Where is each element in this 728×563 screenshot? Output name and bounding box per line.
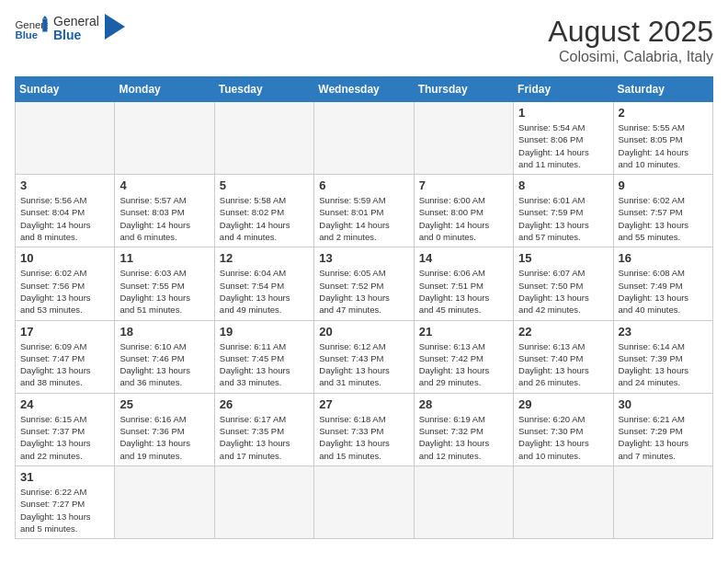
calendar-cell-empty-5-4	[414, 465, 513, 538]
calendar-week-6: 31Sunrise: 6:22 AM Sunset: 7:27 PM Dayli…	[16, 465, 713, 538]
day-number: 28	[419, 397, 508, 411]
calendar-cell-7: 7Sunrise: 6:00 AM Sunset: 8:00 PM Daylig…	[414, 175, 513, 247]
calendar-cell-22: 22Sunrise: 6:13 AM Sunset: 7:40 PM Dayli…	[514, 320, 613, 393]
cell-info: Sunrise: 6:18 AM Sunset: 7:33 PM Dayligh…	[319, 413, 408, 462]
calendar-cell-15: 15Sunrise: 6:07 AM Sunset: 7:50 PM Dayli…	[514, 247, 613, 320]
day-number: 17	[20, 325, 109, 339]
day-number: 20	[319, 325, 408, 339]
weekday-header-tuesday: Tuesday	[214, 77, 313, 102]
day-number: 4	[119, 178, 209, 192]
calendar-table: SundayMondayTuesdayWednesdayThursdayFrid…	[15, 76, 713, 539]
cell-info: Sunrise: 5:55 AM Sunset: 8:05 PM Dayligh…	[619, 121, 708, 170]
day-number: 26	[220, 397, 309, 411]
calendar-cell-19: 19Sunrise: 6:11 AM Sunset: 7:45 PM Dayli…	[214, 320, 313, 393]
cell-info: Sunrise: 6:08 AM Sunset: 7:49 PM Dayligh…	[619, 267, 708, 316]
calendar-cell-4: 4Sunrise: 5:57 AM Sunset: 8:03 PM Daylig…	[115, 175, 214, 247]
cell-info: Sunrise: 6:10 AM Sunset: 7:46 PM Dayligh…	[119, 340, 209, 389]
calendar-cell-8: 8Sunrise: 6:01 AM Sunset: 7:59 PM Daylig…	[514, 175, 613, 247]
logo: General Blue General Blue	[15, 15, 125, 43]
calendar-cell-empty-5-1	[115, 465, 214, 538]
day-number: 19	[220, 325, 309, 339]
day-number: 3	[20, 178, 109, 192]
day-number: 23	[619, 325, 708, 339]
logo-general-text: General	[53, 15, 99, 29]
calendar-cell-5: 5Sunrise: 5:58 AM Sunset: 8:02 PM Daylig…	[214, 175, 313, 247]
calendar-cell-12: 12Sunrise: 6:04 AM Sunset: 7:54 PM Dayli…	[214, 247, 313, 320]
calendar-cell-empty-5-6	[613, 465, 712, 538]
weekday-header-sunday: Sunday	[16, 77, 115, 102]
calendar-cell-31: 31Sunrise: 6:22 AM Sunset: 7:27 PM Dayli…	[16, 465, 115, 538]
calendar-week-4: 17Sunrise: 6:09 AM Sunset: 7:47 PM Dayli…	[16, 320, 713, 393]
calendar-cell-6: 6Sunrise: 5:59 AM Sunset: 8:01 PM Daylig…	[314, 175, 414, 247]
cell-info: Sunrise: 6:17 AM Sunset: 7:35 PM Dayligh…	[220, 413, 309, 462]
calendar-cell-28: 28Sunrise: 6:19 AM Sunset: 7:32 PM Dayli…	[414, 393, 513, 465]
calendar-cell-27: 27Sunrise: 6:18 AM Sunset: 7:33 PM Dayli…	[314, 393, 414, 465]
cell-info: Sunrise: 6:11 AM Sunset: 7:45 PM Dayligh…	[220, 340, 309, 389]
svg-marker-3	[42, 16, 47, 19]
calendar-cell-29: 29Sunrise: 6:20 AM Sunset: 7:30 PM Dayli…	[514, 393, 613, 465]
day-number: 27	[319, 397, 408, 411]
calendar-week-1: 1Sunrise: 5:54 AM Sunset: 8:06 PM Daylig…	[16, 102, 713, 175]
calendar-cell-empty-0-2	[214, 102, 313, 175]
cell-info: Sunrise: 6:03 AM Sunset: 7:55 PM Dayligh…	[119, 267, 209, 316]
cell-info: Sunrise: 5:54 AM Sunset: 8:06 PM Dayligh…	[518, 121, 608, 170]
calendar-cell-3: 3Sunrise: 5:56 AM Sunset: 8:04 PM Daylig…	[16, 175, 115, 247]
cell-info: Sunrise: 6:06 AM Sunset: 7:51 PM Dayligh…	[419, 267, 508, 316]
day-number: 9	[619, 178, 708, 192]
day-number: 2	[619, 106, 708, 120]
calendar-cell-empty-0-1	[115, 102, 214, 175]
day-number: 6	[319, 178, 408, 192]
weekday-header-row: SundayMondayTuesdayWednesdayThursdayFrid…	[16, 77, 713, 102]
weekday-header-wednesday: Wednesday	[314, 77, 414, 102]
calendar-cell-20: 20Sunrise: 6:12 AM Sunset: 7:43 PM Dayli…	[314, 320, 414, 393]
cell-info: Sunrise: 6:21 AM Sunset: 7:29 PM Dayligh…	[619, 413, 708, 462]
cell-info: Sunrise: 6:07 AM Sunset: 7:50 PM Dayligh…	[518, 267, 608, 316]
day-number: 31	[20, 470, 109, 484]
calendar-cell-empty-5-2	[214, 465, 313, 538]
calendar-cell-16: 16Sunrise: 6:08 AM Sunset: 7:49 PM Dayli…	[613, 247, 712, 320]
weekday-header-friday: Friday	[514, 77, 613, 102]
day-number: 21	[419, 325, 508, 339]
day-number: 1	[518, 106, 608, 120]
calendar-cell-empty-0-4	[414, 102, 513, 175]
location-subtitle: Colosimi, Calabria, Italy	[548, 49, 713, 65]
day-number: 13	[319, 251, 408, 265]
cell-info: Sunrise: 6:16 AM Sunset: 7:36 PM Dayligh…	[119, 413, 209, 462]
day-number: 30	[619, 397, 708, 411]
day-number: 10	[20, 251, 109, 265]
calendar-cell-empty-0-3	[314, 102, 414, 175]
day-number: 14	[419, 251, 508, 265]
weekday-header-monday: Monday	[115, 77, 214, 102]
calendar-cell-empty-5-5	[514, 465, 613, 538]
cell-info: Sunrise: 6:01 AM Sunset: 7:59 PM Dayligh…	[518, 194, 608, 243]
cell-info: Sunrise: 5:59 AM Sunset: 8:01 PM Dayligh…	[319, 194, 408, 243]
calendar-cell-23: 23Sunrise: 6:14 AM Sunset: 7:39 PM Dayli…	[613, 320, 712, 393]
logo-icon: General Blue	[15, 16, 48, 41]
cell-info: Sunrise: 6:22 AM Sunset: 7:27 PM Dayligh…	[20, 486, 109, 534]
day-number: 8	[518, 178, 608, 192]
day-number: 5	[220, 178, 309, 192]
cell-info: Sunrise: 6:04 AM Sunset: 7:54 PM Dayligh…	[220, 267, 309, 316]
month-year-title: August 2025	[548, 15, 713, 49]
logo-triangle-icon	[105, 14, 125, 40]
cell-info: Sunrise: 6:00 AM Sunset: 8:00 PM Dayligh…	[419, 194, 508, 243]
calendar-cell-empty-0-0	[16, 102, 115, 175]
calendar-week-5: 24Sunrise: 6:15 AM Sunset: 7:37 PM Dayli…	[16, 393, 713, 465]
cell-info: Sunrise: 6:14 AM Sunset: 7:39 PM Dayligh…	[619, 340, 708, 389]
calendar-cell-empty-5-3	[314, 465, 414, 538]
cell-info: Sunrise: 6:13 AM Sunset: 7:40 PM Dayligh…	[518, 340, 608, 389]
day-number: 24	[20, 397, 109, 411]
calendar-cell-26: 26Sunrise: 6:17 AM Sunset: 7:35 PM Dayli…	[214, 393, 313, 465]
cell-info: Sunrise: 5:58 AM Sunset: 8:02 PM Dayligh…	[220, 194, 309, 243]
day-number: 18	[119, 325, 209, 339]
cell-info: Sunrise: 6:13 AM Sunset: 7:42 PM Dayligh…	[419, 340, 508, 389]
calendar-week-3: 10Sunrise: 6:02 AM Sunset: 7:56 PM Dayli…	[16, 247, 713, 320]
cell-info: Sunrise: 6:12 AM Sunset: 7:43 PM Dayligh…	[319, 340, 408, 389]
calendar-cell-17: 17Sunrise: 6:09 AM Sunset: 7:47 PM Dayli…	[16, 320, 115, 393]
calendar-cell-2: 2Sunrise: 5:55 AM Sunset: 8:05 PM Daylig…	[613, 102, 712, 175]
calendar-cell-14: 14Sunrise: 6:06 AM Sunset: 7:51 PM Dayli…	[414, 247, 513, 320]
logo-blue-text: Blue	[53, 29, 99, 42]
day-number: 16	[619, 251, 708, 265]
cell-info: Sunrise: 6:05 AM Sunset: 7:52 PM Dayligh…	[319, 267, 408, 316]
svg-marker-4	[105, 14, 125, 40]
